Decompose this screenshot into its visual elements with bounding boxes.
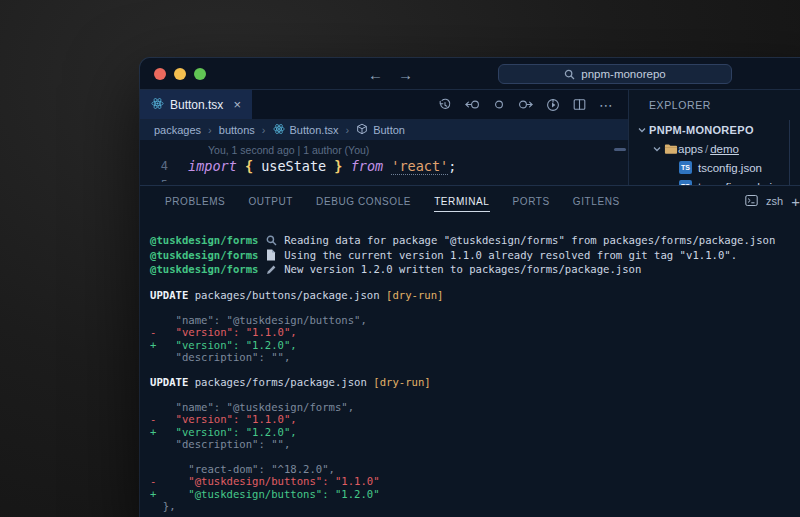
editor-scrollbar-thumb[interactable] <box>614 148 626 151</box>
code-line-clipped: 5 <box>140 176 628 182</box>
terminal-line: UPDATE packages/forms/package.json [dry-… <box>150 376 800 388</box>
breadcrumb-item-button-tsx[interactable]: Button.tsx <box>273 123 339 137</box>
terminal-line: - "version": "1.1.0", <box>150 326 800 338</box>
new-terminal-icon[interactable]: + <box>791 193 800 210</box>
tab-bar: Button.tsx × ⋯ <box>140 90 628 120</box>
terminal-text: - "version": "1.1.0", <box>150 326 297 338</box>
terminal-shell-group: zsh + <box>745 186 800 216</box>
panel-tab-output[interactable]: OUTPUT <box>248 186 293 216</box>
next-change-icon[interactable] <box>518 98 533 111</box>
terminal-text: + "version": "1.2.0", <box>150 426 297 438</box>
nav-arrows: ← → <box>368 58 413 90</box>
explorer-root-label: PNPM-MONOREPO <box>649 124 754 136</box>
breadcrumb-separator-icon: › <box>208 124 212 136</box>
terminal-line: - "@tuskdesign/buttons": "1.1.0" <box>150 475 800 487</box>
explorer-tree: apps/demoTStsconfig.jsonTStsconfig.node.… <box>629 139 800 185</box>
terminal-text: + "@tuskdesign/buttons": "1.2.0" <box>150 488 380 500</box>
react-icon <box>273 123 285 137</box>
panel-tab-problems[interactable]: PROBLEMS <box>165 186 225 216</box>
prev-change-icon[interactable] <box>465 98 480 111</box>
breadcrumb-item-buttons[interactable]: buttons <box>219 124 255 136</box>
breadcrumb-item-packages[interactable]: packages <box>154 124 201 136</box>
split-editor-icon[interactable] <box>573 98 586 111</box>
symbol-class-icon <box>356 123 368 137</box>
pencil-icon <box>265 262 278 277</box>
history-icon[interactable] <box>438 98 452 112</box>
tab-button-tsx[interactable]: Button.tsx × <box>140 90 252 119</box>
panel-tab-terminal[interactable]: TERMINAL <box>434 186 489 216</box>
minimize-window-button[interactable] <box>174 68 186 80</box>
terminal-line: @tuskdesign/forms New version 1.2.0 writ… <box>150 262 800 277</box>
run-circle-icon[interactable] <box>546 98 560 112</box>
terminal-line: + "@tuskdesign/buttons": "1.2.0" <box>150 488 800 500</box>
breadcrumb-label: packages <box>154 124 201 136</box>
line-number: 5 <box>140 176 188 182</box>
tree-item-tsconfig-json[interactable]: TStsconfig.json <box>629 158 800 177</box>
terminal-line: - "version": "1.1.0", <box>150 413 800 425</box>
terminal-line: @tuskdesign/forms Reading data for packa… <box>150 233 800 248</box>
typescript-file-icon: TS <box>679 161 692 174</box>
code-editor[interactable]: You, 1 second ago | 1 author (You) 4 imp… <box>140 140 628 185</box>
terminal-text: @tuskdesign/forms <box>150 249 265 261</box>
panel-tab-debug-console[interactable]: DEBUG CONSOLE <box>316 186 411 216</box>
breadcrumb-label: Button <box>373 124 405 136</box>
terminal-text: }, <box>150 500 176 512</box>
panel-tab-ports[interactable]: PORTS <box>513 186 550 216</box>
breadcrumb-item-button[interactable]: Button <box>356 123 405 137</box>
terminal-line: + "version": "1.2.0", <box>150 426 800 438</box>
terminal-text: packages/forms/package.json <box>188 376 373 388</box>
titlebar: ← → pnpm-monorepo <box>140 58 800 90</box>
code-token: useState <box>253 158 334 174</box>
terminal-text: - "version": "1.1.0", <box>150 413 297 425</box>
explorer-root-pnpm-monorepo[interactable]: PNPM-MONOREPO <box>629 120 800 139</box>
terminal-line: "description": "", <box>150 438 800 450</box>
panel-tab-gitlens[interactable]: GITLENS <box>573 186 620 216</box>
terminal-line <box>150 450 800 462</box>
close-window-button[interactable] <box>154 68 166 80</box>
more-icon[interactable]: ⋯ <box>599 97 614 113</box>
search-icon <box>564 69 575 80</box>
terminal-text: - "@tuskdesign/buttons": "1.1.0" <box>150 475 380 487</box>
terminal-output[interactable]: @tuskdesign/forms Reading data for packa… <box>140 216 800 513</box>
terminal-line <box>150 364 800 376</box>
close-tab-icon[interactable]: × <box>233 97 241 112</box>
change-icon[interactable] <box>493 98 505 111</box>
zoom-window-button[interactable] <box>194 68 206 80</box>
terminal-text: "name": "@tuskdesign/forms", <box>150 401 354 413</box>
search-value: pnpm-monorepo <box>581 68 665 80</box>
terminal-text: [dry-run] <box>373 376 430 388</box>
folder-icon <box>664 143 678 155</box>
code-token: 'react' <box>391 158 448 175</box>
shell-label[interactable]: zsh <box>766 195 783 207</box>
panel-tab-bar: PROBLEMSOUTPUTDEBUG CONSOLETERMINALPORTS… <box>140 186 800 216</box>
tree-item-label: demo <box>710 143 739 155</box>
tree-item-tsconfig-node-json[interactable]: TStsconfig.node.json <box>629 177 800 185</box>
back-icon[interactable]: ← <box>368 66 383 83</box>
code-token <box>237 158 245 174</box>
path-separator: / <box>703 143 710 155</box>
breadcrumb: packages›buttons›Button.tsx›Button <box>140 120 628 140</box>
breadcrumb-separator-icon: › <box>345 124 349 136</box>
terminal-line: }, <box>150 500 800 512</box>
vscode-window: ← → pnpm-monorepo <box>140 58 800 517</box>
editor-and-sidebar: Button.tsx × ⋯ packages›buttons›Button.t… <box>140 90 800 185</box>
tree-item-demo[interactable]: apps/demo <box>629 139 800 158</box>
terminal-line <box>150 388 800 400</box>
terminal-text: New version 1.2.0 written to packages/fo… <box>278 263 642 275</box>
code-token: import <box>188 158 237 174</box>
breadcrumb-separator-icon: › <box>262 124 266 136</box>
terminal-text: "name": "@tuskdesign/buttons", <box>150 314 367 326</box>
command-center-search[interactable]: pnpm-monorepo <box>498 64 732 84</box>
window-controls <box>154 68 206 80</box>
line-number: 4 <box>140 157 188 176</box>
breadcrumb-label: buttons <box>219 124 255 136</box>
sidebar-scrollbar[interactable] <box>789 120 790 185</box>
forward-icon[interactable]: → <box>398 66 413 83</box>
terminal-icon <box>745 194 758 209</box>
terminal-text: Reading data for package "@tuskdesign/fo… <box>278 234 775 246</box>
terminal-text: packages/buttons/package.json <box>188 289 386 301</box>
code-text: import { useState } from 'react'; <box>188 157 456 176</box>
git-blame-annotation: You, 1 second ago | 1 author (You) <box>140 140 628 157</box>
tree-item-path-prefix: apps <box>678 143 703 155</box>
terminal-line: "name": "@tuskdesign/buttons", <box>150 314 800 326</box>
